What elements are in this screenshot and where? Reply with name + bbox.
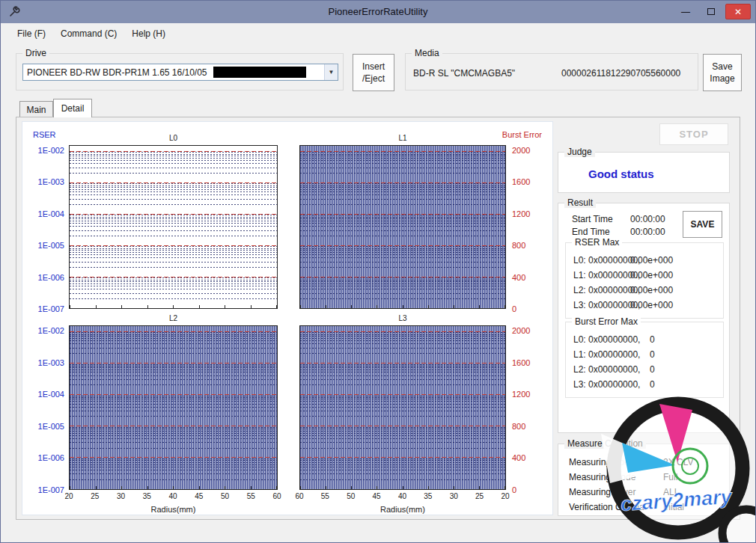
insert-eject-button[interactable]: Insert /Eject [353, 54, 394, 91]
x-axis-label-l2: Radius(mm) [69, 505, 278, 514]
menu-item-help[interactable]: Help (H) [124, 25, 173, 42]
burst-max-row-l0: L0: 0x00000000, 0 [566, 334, 723, 346]
condition-label: Measuring Speed [569, 457, 639, 467]
burst-tick-labels-row1: 2000160012008004000 [509, 145, 543, 309]
axis-tick-label: 55 [321, 492, 329, 500]
burst-max-row-l1: L1: 0x00000000, 0 [566, 349, 723, 361]
plot-l0 [69, 145, 278, 309]
maximize-icon [707, 8, 715, 15]
minimize-button[interactable]: — [674, 4, 697, 19]
judge-groupbox: Judge Good status [558, 152, 730, 193]
save-button[interactable]: SAVE [683, 211, 722, 238]
axis-tick-label: 1E-002 [38, 325, 64, 336]
plot-l3 [299, 325, 506, 490]
axis-tick-label: 1E-007 [38, 304, 64, 314]
chart-title-l2: L2 [69, 314, 278, 322]
measure-condition-label: Measure Condition [564, 438, 646, 449]
chart-title-l0: L0 [69, 134, 278, 142]
rser-max-label: RSER Max [572, 237, 622, 248]
burst-row-value: 0 [650, 334, 655, 345]
axis-tick-label: 1E-003 [38, 177, 64, 187]
condition-row-mode: Measuring Mode Full [558, 472, 729, 484]
axis-tick-label: 1E-004 [38, 389, 64, 399]
condition-value: Initial [663, 502, 684, 512]
burst-row-label: L2: 0x00000000, [573, 364, 640, 375]
axis-tick-label: 1E-004 [38, 209, 64, 219]
chart-title-l1: L1 [299, 134, 506, 142]
rser-max-row-l1: L1: 0x00000000, 0.00e+000 [566, 270, 723, 282]
rser-tick-labels-row1: 1E-0021E-0031E-0041E-0051E-0061E-007 [25, 145, 66, 309]
rser-row-value: 0.00e+000 [630, 300, 673, 310]
axis-tick-label: 25 [475, 492, 484, 500]
axis-tick-label: 20 [501, 492, 509, 500]
condition-row-layer: Measuring Layer ALL [558, 487, 729, 499]
axis-tick-label: 55 [247, 492, 255, 500]
rser-row-value: 0.00e+000 [630, 255, 673, 266]
axis-tick-label: 1E-006 [38, 272, 64, 283]
condition-value: 2X CLV [663, 457, 693, 467]
end-time-label: End Time [572, 227, 610, 237]
media-disc-type: BD-R SL "CMCMAGBA5" [413, 68, 515, 79]
axis-tick-label: 1600 [512, 358, 530, 368]
axis-tick-label: 1E-006 [38, 452, 64, 463]
x-tick-labels-l3: 605550454035302520 [299, 492, 506, 503]
rser-max-row-l0: L0: 0x00000000, 0.00e+000 [566, 255, 723, 267]
axis-tick-label: 2000 [512, 145, 530, 156]
burst-row-label: L3: 0x00000000, [573, 379, 640, 390]
rser-max-groupbox: RSER Max L0: 0x00000000, 0.00e+000 L1: 0… [565, 242, 724, 319]
maximize-button[interactable] [700, 4, 722, 19]
condition-label: Measuring Mode [569, 472, 635, 482]
menu-item-file[interactable]: File (F) [10, 25, 53, 42]
stop-button[interactable]: STOP [659, 123, 728, 145]
axis-tick-label: 60 [295, 492, 303, 500]
tab-detail[interactable]: Detail [53, 99, 92, 117]
burst-row-label: L0: 0x00000000, [573, 334, 640, 345]
axis-tick-label: 50 [347, 492, 355, 500]
close-button[interactable]: ✕ [725, 4, 751, 19]
x-tick-labels-l2: 202530354045505560 [69, 492, 278, 503]
condition-label: Measuring Layer [569, 487, 635, 497]
media-groupbox: Media BD-R SL "CMCMAGBA5" 00000261181229… [405, 53, 698, 90]
condition-value: Full [663, 472, 677, 482]
burst-tick-labels-row2: 2000160012008004000 [509, 325, 543, 490]
axis-tick-label: 1E-005 [38, 421, 64, 432]
axis-tick-label: 30 [117, 492, 125, 500]
insert-eject-label-2: /Eject [362, 73, 385, 85]
condition-row-speed: Measuring Speed 2X CLV [558, 457, 729, 469]
axis-tick-label: 60 [272, 492, 281, 500]
app-window: PioneerErrorRateUtility — ✕ File (F) Com… [0, 0, 756, 543]
condition-row-verification: Verification Criteria Initial [558, 502, 729, 514]
start-time-label: Start Time [572, 214, 613, 224]
save-image-label-2: Image [710, 73, 734, 85]
judge-group-label: Judge [564, 147, 595, 157]
chevron-down-icon[interactable]: ▼ [324, 64, 338, 80]
titlebar: PioneerErrorRateUtility — ✕ [1, 1, 755, 23]
drive-group-label: Drive [22, 48, 49, 58]
burst-error-max-label: Burst Error Max [572, 316, 641, 327]
menu-item-command[interactable]: Command (C) [53, 25, 124, 42]
axis-tick-label: 35 [424, 492, 432, 500]
condition-label: Verification Criteria [569, 502, 644, 512]
drive-combobox[interactable]: PIONEER BD-RW BDR-PR1M 1.65 16/10/05 ▼ [22, 64, 338, 81]
axis-tick-label: 30 [450, 492, 458, 500]
burst-max-row-l3: L3: 0x00000000, 0 [566, 379, 723, 391]
rser-tick-labels-row2: 1E-0021E-0031E-0041E-0051E-0061E-007 [25, 325, 66, 490]
rser-row-value: 0.00e+000 [630, 270, 673, 280]
axis-tick-label: 2000 [512, 325, 530, 336]
axis-tick-label: 0 [512, 304, 516, 314]
axis-tick-label: 1200 [512, 389, 530, 399]
axis-tick-label: 800 [512, 421, 525, 432]
start-time-value: 00:00:00 [630, 214, 665, 224]
axis-tick-label: 45 [195, 492, 203, 500]
axis-tick-label: 800 [512, 240, 525, 251]
window-title: PioneerErrorRateUtility [1, 6, 755, 17]
axis-tick-label: 50 [221, 492, 229, 500]
axis-tick-label: 1E-005 [38, 240, 64, 251]
axis-tick-label: 1E-007 [38, 485, 64, 495]
tab-main[interactable]: Main [19, 101, 53, 117]
redaction-block [213, 67, 306, 78]
save-image-button[interactable]: Save Image [703, 54, 742, 91]
burst-max-row-l2: L2: 0x00000000, 0 [566, 364, 723, 376]
axis-tick-label: 400 [512, 272, 525, 283]
burst-error-max-groupbox: Burst Error Max L0: 0x00000000, 0 L1: 0x… [565, 322, 724, 398]
